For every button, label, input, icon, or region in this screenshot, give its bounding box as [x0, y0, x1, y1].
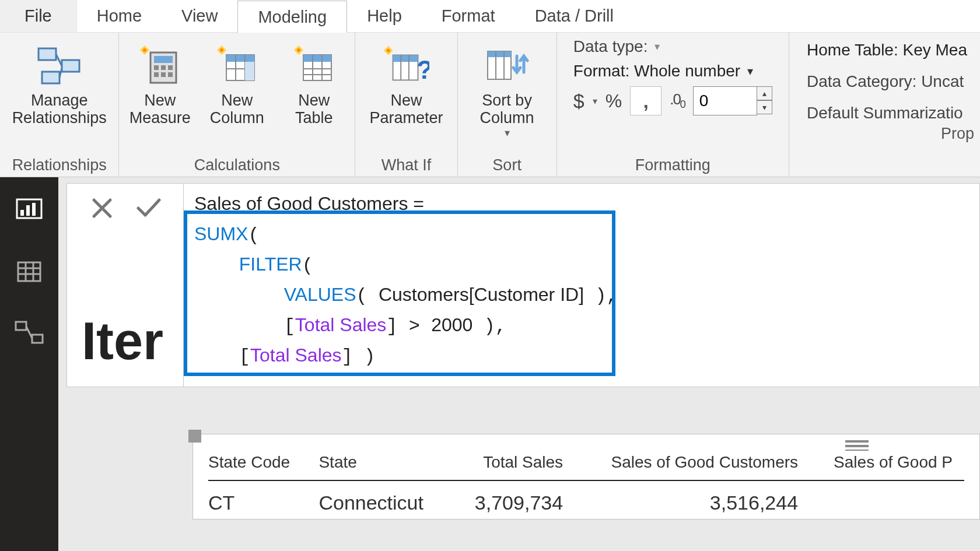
col-good-customers[interactable]: Sales of Good Customers	[575, 447, 810, 480]
sort-by-column-label: Sort by Column	[480, 92, 534, 127]
svg-rect-0	[38, 48, 56, 60]
tab-format[interactable]: Format	[422, 0, 515, 32]
col-state[interactable]: State	[318, 447, 456, 480]
svg-rect-39	[20, 210, 24, 216]
svg-rect-11	[154, 72, 159, 77]
decimals-input[interactable]	[693, 86, 757, 115]
new-column-label: New Column	[210, 92, 264, 127]
svg-line-49	[26, 327, 32, 338]
tab-data-drill[interactable]: Data / Drill	[515, 0, 634, 32]
new-parameter-icon: ?	[383, 42, 429, 89]
default-summarization-label[interactable]: Default Summarizatio	[807, 104, 967, 122]
cell-good-customers: 3,516,244	[575, 480, 810, 519]
svg-rect-10	[168, 65, 173, 70]
svg-point-5	[143, 48, 146, 52]
svg-rect-35	[488, 51, 511, 57]
data-table: State Code State Total Sales Sales of Go…	[208, 447, 964, 519]
manage-relationships-label: Manage Relationships	[12, 92, 107, 127]
ribbon-group-sort: Sort by Column ▾ Sort	[458, 33, 557, 177]
formula-bar: Sales of Good Customers = SUMX( FILTER( …	[66, 183, 980, 387]
data-category-label[interactable]: Data Category: Uncat	[807, 72, 967, 91]
new-parameter-button[interactable]: ? New Parameter	[362, 37, 450, 127]
svg-point-14	[220, 48, 223, 52]
svg-rect-42	[18, 262, 40, 281]
svg-rect-20	[245, 62, 254, 80]
decimals-icon[interactable]: .00	[670, 90, 685, 111]
svg-rect-48	[32, 335, 43, 343]
group-label-formatting: Formatting	[635, 156, 710, 174]
report-canvas[interactable]: Sales of Good Customers = SUMX( FILTER( …	[58, 177, 980, 551]
ribbon-group-calculations: New Measure New Column	[119, 33, 355, 177]
svg-point-28	[387, 49, 390, 52]
tab-file[interactable]: File	[0, 0, 77, 32]
col-state-code[interactable]: State Code	[208, 447, 318, 480]
new-measure-button[interactable]: New Measure	[125, 37, 195, 127]
col-good-p[interactable]: Sales of Good P	[810, 447, 964, 480]
formula-editor[interactable]: Sales of Good Customers = SUMX( FILTER( …	[184, 184, 979, 387]
new-measure-label: New Measure	[130, 92, 191, 127]
ribbon-group-relationships: Manage Relationships Relationships	[0, 33, 119, 177]
currency-button[interactable]: $	[573, 90, 584, 113]
sort-by-column-button[interactable]: Sort by Column ▾	[463, 37, 551, 139]
svg-rect-8	[154, 65, 159, 70]
cell-total-sales: 3,709,734	[457, 480, 575, 519]
svg-rect-9	[161, 65, 166, 70]
tab-help[interactable]: Help	[347, 0, 422, 32]
svg-rect-47	[16, 322, 26, 330]
model-view-icon[interactable]	[13, 320, 46, 348]
visual-options-icon[interactable]	[845, 440, 869, 451]
formula-text[interactable]: Sales of Good Customers = SUMX( FILTER( …	[194, 189, 969, 371]
svg-rect-40	[26, 205, 30, 216]
format-label: Format: Whole number	[573, 62, 740, 80]
ribbon-group-properties: Home Table: Key Mea Data Category: Uncat…	[789, 33, 980, 177]
cell-state-code: CT	[208, 480, 318, 519]
new-column-icon	[214, 42, 260, 89]
cell-state: Connecticut	[318, 480, 456, 519]
svg-rect-30	[393, 55, 418, 62]
svg-line-4	[60, 68, 62, 78]
thousands-separator-button[interactable]: ,	[630, 86, 662, 115]
group-label-whatif: What If	[382, 156, 432, 174]
sort-icon	[484, 42, 530, 89]
tab-home[interactable]: Home	[77, 0, 162, 32]
page-title: Iter	[82, 311, 163, 371]
ribbon: Manage Relationships Relationships New M…	[0, 33, 980, 177]
group-label-relationships: Relationships	[12, 156, 107, 174]
formula-commit-button[interactable]	[131, 192, 167, 224]
relationships-icon	[36, 42, 83, 89]
chevron-down-icon[interactable]: ▾	[593, 96, 597, 107]
new-parameter-label: New Parameter	[369, 92, 443, 127]
svg-rect-12	[161, 72, 166, 77]
table-visual[interactable]: State Code State Total Sales Sales of Go…	[192, 434, 980, 520]
visual-drag-handle[interactable]	[188, 430, 201, 443]
tab-view[interactable]: View	[162, 0, 237, 32]
svg-rect-1	[62, 60, 79, 72]
svg-rect-7	[154, 56, 173, 63]
report-view-icon[interactable]	[13, 196, 46, 224]
data-type-dropdown[interactable]: ▾	[654, 40, 660, 53]
new-table-label: New Table	[295, 92, 333, 127]
svg-rect-2	[42, 72, 60, 83]
new-column-button[interactable]: New Column	[202, 37, 272, 127]
svg-rect-23	[303, 55, 331, 62]
svg-rect-16	[226, 55, 254, 62]
ribbon-group-formatting: Data type: ▾ Format: Whole number ▾ $ ▾ …	[557, 33, 789, 177]
table-row[interactable]: CT Connecticut 3,709,734 3,516,244	[208, 480, 964, 519]
home-table-label[interactable]: Home Table: Key Mea	[807, 41, 967, 59]
percent-button[interactable]: %	[606, 90, 622, 112]
group-label-calculations: Calculations	[194, 156, 280, 174]
svg-rect-41	[32, 203, 36, 216]
col-total-sales[interactable]: Total Sales	[457, 447, 575, 480]
formula-cancel-button[interactable]	[84, 192, 120, 224]
decimals-stepper[interactable]: ▴▾	[757, 86, 772, 115]
group-label-sort: Sort	[492, 156, 522, 174]
manage-relationships-button[interactable]: Manage Relationships	[7, 37, 112, 127]
data-view-icon[interactable]	[13, 258, 46, 286]
data-type-label: Data type:	[573, 37, 648, 56]
table-header-row: State Code State Total Sales Sales of Go…	[208, 447, 964, 480]
tab-modeling[interactable]: Modeling	[237, 1, 347, 33]
new-measure-icon	[136, 42, 183, 89]
group-label-properties: Prop	[941, 125, 974, 143]
format-dropdown[interactable]: ▾	[747, 64, 753, 78]
new-table-button[interactable]: New Table	[279, 37, 349, 127]
